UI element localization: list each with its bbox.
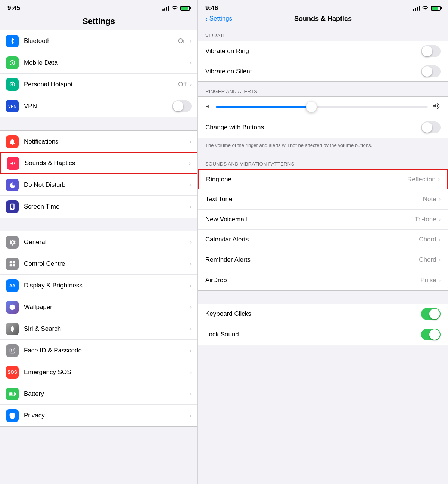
left-settings-list[interactable]: Bluetooth On › Mobile Data › Personal Ho… xyxy=(0,30,197,484)
new-voicemail-chevron-icon: › xyxy=(439,216,441,223)
reminder-alerts-chevron-icon: › xyxy=(439,256,441,263)
row-mobile-data[interactable]: Mobile Data › xyxy=(0,52,197,74)
ringer-slider-track[interactable] xyxy=(216,106,428,108)
text-tone-value: Note xyxy=(423,195,436,203)
vibrate-silent-toggle[interactable] xyxy=(421,65,441,77)
row-vibrate-ring[interactable]: Vibrate on Ring xyxy=(198,41,448,61)
info-text: The volume of the ringer and alerts will… xyxy=(205,142,372,148)
personal-hotspot-label: Personal Hotspot xyxy=(24,81,178,88)
siri-search-chevron-icon: › xyxy=(190,326,192,332)
keyboard-clicks-toggle[interactable] xyxy=(421,308,441,320)
back-chevron-icon: ‹ xyxy=(205,15,208,22)
row-reminder-alerts[interactable]: Reminder Alerts Chord › xyxy=(198,250,448,270)
display-brightness-label: Display & Brightness xyxy=(24,282,189,289)
vpn-toggle[interactable] xyxy=(172,100,192,112)
bluetooth-chevron-icon: › xyxy=(190,38,192,44)
personal-hotspot-icon xyxy=(6,78,19,91)
left-nav-title: Settings xyxy=(83,16,115,26)
vibrate-ring-toggle[interactable] xyxy=(421,45,441,57)
ringer-slider-thumb[interactable] xyxy=(306,102,317,112)
left-nav-header: Settings xyxy=(0,14,197,30)
general-label: General xyxy=(24,238,189,246)
row-privacy[interactable]: Privacy › xyxy=(0,405,197,426)
svg-rect-3 xyxy=(10,264,12,266)
privacy-chevron-icon: › xyxy=(190,412,192,419)
svg-rect-13 xyxy=(15,393,16,395)
right-nav-header: ‹ Settings Sounds & Haptics xyxy=(198,14,448,26)
row-do-not-disturb[interactable]: Do Not Disturb › xyxy=(0,174,197,196)
row-wallpaper[interactable]: Wallpaper › xyxy=(0,296,197,318)
gap-section xyxy=(198,291,448,304)
row-lock-sound[interactable]: Lock Sound xyxy=(198,324,448,345)
emergency-sos-label: Emergency SOS xyxy=(24,369,189,376)
left-status-bar: 9:45 xyxy=(0,0,197,14)
control-centre-icon xyxy=(6,258,19,270)
personal-hotspot-value: Off xyxy=(178,81,186,88)
sounds-patterns-section: Ringtone Reflection › Text Tone Note › N… xyxy=(198,169,448,291)
emergency-sos-icon: SOS xyxy=(6,366,19,379)
display-brightness-icon: AA xyxy=(6,279,19,292)
sounds-content[interactable]: VIBRATE Vibrate on Ring Vibrate on Silen… xyxy=(198,26,448,484)
row-sounds-haptics[interactable]: Sounds & Haptics › xyxy=(0,152,197,174)
siri-search-icon xyxy=(6,323,19,335)
ringtone-chevron-icon: › xyxy=(438,176,440,183)
personal-hotspot-chevron-icon: › xyxy=(190,81,192,88)
row-airdrop[interactable]: AirDrop Pulse › xyxy=(198,270,448,290)
row-bluetooth[interactable]: Bluetooth On › xyxy=(0,30,197,52)
lock-sound-toggle[interactable] xyxy=(421,329,441,340)
wifi-icon xyxy=(171,5,178,12)
row-face-id[interactable]: Face ID & Passcode › xyxy=(0,340,197,361)
vibrate-section: Vibrate on Ring Vibrate on Silent xyxy=(198,41,448,82)
vibrate-ring-label: Vibrate on Ring xyxy=(205,47,421,55)
row-general[interactable]: General › xyxy=(0,231,197,253)
row-keyboard-clicks[interactable]: Keyboard Clicks xyxy=(198,304,448,324)
bluetooth-value: On xyxy=(178,37,187,45)
airdrop-chevron-icon: › xyxy=(439,277,441,284)
sounds-haptics-label: Sounds & Haptics xyxy=(25,160,188,167)
sounds-haptics-icon xyxy=(7,157,19,170)
battery-chevron-icon: › xyxy=(190,391,192,397)
svg-rect-2 xyxy=(13,261,15,263)
row-siri-search[interactable]: Siri & Search › xyxy=(0,318,197,340)
info-text-row: The volume of the ringer and alerts will… xyxy=(198,138,448,154)
row-ringtone[interactable]: Ringtone Reflection › xyxy=(198,169,448,189)
row-notifications[interactable]: Notifications › xyxy=(0,131,197,152)
row-new-voicemail[interactable]: New Voicemail Tri-tone › xyxy=(198,210,448,230)
section-preferences: General › Control Centre › AA Display & … xyxy=(0,231,197,427)
svg-rect-1 xyxy=(10,261,12,263)
wallpaper-icon xyxy=(6,301,19,314)
general-chevron-icon: › xyxy=(190,239,192,246)
row-control-centre[interactable]: Control Centre › xyxy=(0,253,197,275)
row-battery[interactable]: Battery › xyxy=(0,383,197,405)
reminder-alerts-label: Reminder Alerts xyxy=(205,256,419,263)
right-nav-title: Sounds & Haptics xyxy=(294,15,352,23)
row-calendar-alerts[interactable]: Calendar Alerts Chord › xyxy=(198,230,448,250)
emergency-sos-chevron-icon: › xyxy=(190,369,192,376)
right-panel: 9:46 ‹ Settings Sounds & Haptics VIBRA xyxy=(198,0,448,484)
row-screen-time[interactable]: Screen Time › xyxy=(0,196,197,218)
other-sounds-section: Keyboard Clicks Lock Sound xyxy=(198,304,448,345)
row-vibrate-silent[interactable]: Vibrate on Silent xyxy=(198,61,448,81)
ringer-slider-row[interactable] xyxy=(198,97,448,117)
svg-point-0 xyxy=(11,83,13,85)
calendar-alerts-value: Chord xyxy=(419,236,436,243)
notifications-icon xyxy=(6,135,19,148)
do-not-disturb-icon xyxy=(6,179,19,191)
row-text-tone[interactable]: Text Tone Note › xyxy=(198,189,448,210)
back-button[interactable]: ‹ Settings xyxy=(205,15,232,22)
volume-high-icon xyxy=(432,102,441,112)
calendar-alerts-chevron-icon: › xyxy=(439,236,441,243)
wallpaper-chevron-icon: › xyxy=(190,304,192,311)
lock-sound-label: Lock Sound xyxy=(205,331,421,338)
row-display-brightness[interactable]: AA Display & Brightness › xyxy=(0,275,197,296)
sounds-haptics-chevron-icon: › xyxy=(189,160,191,167)
row-change-with-buttons[interactable]: Change with Buttons xyxy=(198,117,448,138)
signal-bars-icon xyxy=(162,6,169,11)
row-vpn[interactable]: VPN VPN xyxy=(0,95,197,117)
privacy-label: Privacy xyxy=(24,412,189,419)
notifications-label: Notifications xyxy=(24,138,189,145)
change-with-buttons-toggle[interactable] xyxy=(421,121,441,133)
row-personal-hotspot[interactable]: Personal Hotspot Off › xyxy=(0,74,197,95)
row-emergency-sos[interactable]: SOS Emergency SOS › xyxy=(0,361,197,383)
do-not-disturb-chevron-icon: › xyxy=(190,182,192,188)
